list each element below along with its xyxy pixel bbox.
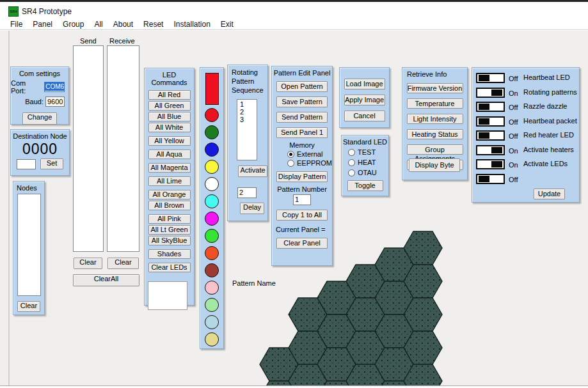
nodes-list[interactable]	[17, 194, 41, 296]
menu-item-installation[interactable]: Installation	[168, 20, 215, 29]
display-pattern-button[interactable]: Display Pattern	[276, 171, 328, 182]
menu-item-file[interactable]: File	[5, 20, 28, 29]
copy-1-to-all-button[interactable]: Copy 1 to All	[276, 210, 328, 221]
all-blue-button[interactable]: All Blue	[148, 112, 191, 121]
all-white-button[interactable]: All White	[148, 123, 191, 132]
send-panel1-button[interactable]: Send Panel 1	[276, 127, 328, 138]
color-swatch-11[interactable]	[205, 298, 219, 312]
hex-cell[interactable]	[375, 381, 413, 385]
send-pattern-button[interactable]: Send Pattern	[276, 112, 328, 123]
all-yellow-button[interactable]: All Yellow	[148, 136, 191, 146]
light-intensity-button[interactable]: Light Intensity	[407, 114, 463, 124]
hex-cell[interactable]	[289, 364, 327, 385]
all-brown-button[interactable]: All Brown	[148, 201, 191, 210]
hex-cell[interactable]	[404, 265, 442, 298]
group-assignments-button[interactable]: Group Assignments	[407, 144, 463, 155]
toggle-switch-7[interactable]	[476, 174, 505, 184]
standard-led-radio-test[interactable]: TEST	[348, 148, 388, 156]
activate-button[interactable]: Activate	[238, 166, 267, 177]
toggle-switch-razzle-dazzle[interactable]	[476, 102, 505, 112]
toggle-switch-heartbeat-packet[interactable]	[476, 116, 505, 127]
send-list[interactable]	[73, 45, 104, 252]
color-swatch-2[interactable]	[205, 143, 219, 157]
toggle-switch-activate-leds[interactable]	[476, 159, 505, 169]
apply-image-button[interactable]: Apply Image	[344, 95, 385, 105]
color-swatch-rect[interactable]	[205, 73, 219, 105]
radio-icon[interactable]	[287, 151, 294, 158]
radio-icon[interactable]	[287, 160, 294, 167]
baud-input[interactable]: 9600	[45, 97, 65, 107]
hex-cell[interactable]	[375, 314, 413, 348]
color-swatch-5[interactable]	[205, 194, 219, 208]
radio-icon[interactable]	[348, 159, 355, 166]
nodes-clear-button[interactable]: Clear	[17, 301, 40, 312]
delay-input[interactable]: 2	[237, 187, 257, 198]
hex-cell[interactable]	[346, 331, 385, 364]
color-swatch-4[interactable]	[205, 177, 219, 191]
menu-item-exit[interactable]: Exit	[216, 20, 239, 29]
hex-cell[interactable]	[375, 248, 413, 281]
hex-cell[interactable]	[317, 348, 356, 381]
color-swatch-3[interactable]	[205, 160, 219, 174]
radio-icon[interactable]	[348, 169, 355, 176]
all-pink-button[interactable]: All Pink	[148, 214, 191, 224]
radio-icon[interactable]	[348, 149, 355, 156]
toggle-switch-activate-heaters[interactable]	[476, 145, 505, 155]
all-lime-button[interactable]: All Lime	[148, 176, 191, 186]
color-swatch-7[interactable]	[205, 229, 219, 243]
toggle-knob[interactable]	[479, 104, 489, 110]
com-port-input[interactable]: COM6	[44, 82, 65, 92]
memory-radio-external[interactable]: External	[287, 150, 332, 158]
clear-send-button[interactable]: Clear	[74, 258, 102, 269]
clear-all-button[interactable]: ClearAll	[73, 274, 139, 286]
delay-button[interactable]: Delay	[240, 203, 264, 214]
all-magenta-button[interactable]: All Magenta	[148, 163, 191, 173]
color-swatch-10[interactable]	[205, 281, 219, 295]
all-red-button[interactable]: All Red	[148, 90, 191, 100]
destination-node-input[interactable]	[17, 159, 36, 169]
sequence-item[interactable]: 1	[240, 100, 254, 108]
toggle-button[interactable]: Toggle	[347, 180, 383, 191]
menu-item-all[interactable]: All	[89, 20, 107, 29]
cancel-button[interactable]: Cancel	[344, 111, 385, 121]
hex-cell[interactable]	[346, 364, 385, 385]
sequence-item[interactable]: 3	[240, 116, 254, 123]
heating-status-button[interactable]: Heating Status	[407, 129, 463, 139]
hex-cell[interactable]	[317, 381, 356, 385]
standard-led-radio-otau[interactable]: OTAU	[348, 169, 388, 176]
toggle-knob[interactable]	[479, 176, 489, 182]
menu-item-panel[interactable]: Panel	[28, 20, 58, 29]
change-button[interactable]: Change	[22, 113, 57, 125]
hex-cell[interactable]	[404, 298, 442, 331]
menu-item-group[interactable]: Group	[58, 20, 89, 29]
toggle-knob[interactable]	[491, 147, 502, 153]
update-button[interactable]: Update	[534, 189, 565, 199]
color-swatch-8[interactable]	[205, 246, 219, 260]
hex-cell[interactable]	[289, 331, 327, 364]
menu-item-about[interactable]: About	[108, 20, 138, 29]
memory-radio-eepprom[interactable]: EEPPROM	[287, 159, 332, 167]
all-skyblue-button[interactable]: All SkyBlue	[148, 236, 191, 245]
toggle-switch-heartbeat-led[interactable]	[476, 73, 505, 83]
color-swatch-12[interactable]	[205, 315, 219, 329]
toggle-knob[interactable]	[491, 89, 502, 96]
all-green-button[interactable]: All Green	[148, 101, 191, 111]
display-byte-button[interactable]: Display Byte	[409, 159, 460, 172]
hex-cell[interactable]	[375, 281, 413, 314]
save-pattern-button[interactable]: Save Pattern	[276, 97, 328, 107]
hex-cell[interactable]	[346, 265, 385, 298]
color-swatch-13[interactable]	[205, 332, 219, 346]
hex-cell[interactable]	[375, 348, 413, 381]
temperature-button[interactable]: Temperature	[407, 98, 463, 109]
color-swatch-1[interactable]	[205, 125, 219, 139]
clear-panel-button[interactable]: Clear Panel	[276, 238, 328, 249]
clear-receive-button[interactable]: Clear	[107, 258, 139, 269]
clear-leds-button[interactable]: Clear LEDs	[148, 263, 191, 272]
color-swatch-6[interactable]	[205, 212, 219, 226]
toggle-knob[interactable]	[479, 118, 489, 125]
shades-button[interactable]: Shades	[148, 249, 191, 259]
hex-cell[interactable]	[404, 331, 442, 364]
menu-item-reset[interactable]: Reset	[138, 20, 168, 29]
toggle-knob[interactable]	[479, 75, 489, 81]
toggle-knob[interactable]	[479, 132, 489, 139]
